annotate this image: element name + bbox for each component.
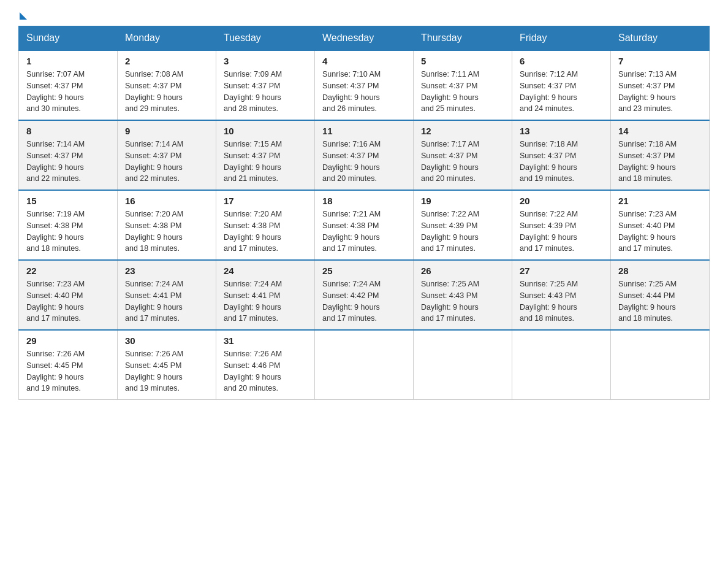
day-info: Sunrise: 7:20 AMSunset: 4:38 PMDaylight:… xyxy=(125,209,208,255)
calendar-cell: 7Sunrise: 7:13 AMSunset: 4:37 PMDaylight… xyxy=(611,50,710,120)
day-info: Sunrise: 7:09 AMSunset: 4:37 PMDaylight:… xyxy=(224,69,307,115)
calendar-cell xyxy=(512,330,611,400)
day-info: Sunrise: 7:22 AMSunset: 4:39 PMDaylight:… xyxy=(421,209,504,255)
calendar-week-row: 1Sunrise: 7:07 AMSunset: 4:37 PMDaylight… xyxy=(19,50,710,120)
day-number: 15 xyxy=(26,196,110,206)
calendar-header-row: SundayMondayTuesdayWednesdayThursdayFrid… xyxy=(19,26,710,51)
day-info: Sunrise: 7:10 AMSunset: 4:37 PMDaylight:… xyxy=(322,69,406,115)
day-number: 2 xyxy=(125,56,208,66)
calendar-cell: 5Sunrise: 7:11 AMSunset: 4:37 PMDaylight… xyxy=(414,50,512,120)
header-monday: Monday xyxy=(118,26,216,51)
day-number: 14 xyxy=(618,126,702,136)
day-info: Sunrise: 7:24 AMSunset: 4:41 PMDaylight:… xyxy=(125,278,208,324)
calendar-cell: 4Sunrise: 7:10 AMSunset: 4:37 PMDaylight… xyxy=(315,50,414,120)
day-number: 17 xyxy=(224,196,307,206)
day-info: Sunrise: 7:21 AMSunset: 4:38 PMDaylight:… xyxy=(322,209,406,255)
header-thursday: Thursday xyxy=(414,26,512,51)
day-number: 8 xyxy=(26,126,110,136)
page-header xyxy=(18,12,710,20)
day-number: 4 xyxy=(322,56,406,66)
calendar-cell: 15Sunrise: 7:19 AMSunset: 4:38 PMDayligh… xyxy=(19,190,118,260)
day-number: 10 xyxy=(224,126,307,136)
logo-triangle-icon xyxy=(20,12,27,20)
calendar-cell: 24Sunrise: 7:24 AMSunset: 4:41 PMDayligh… xyxy=(216,260,315,330)
calendar-cell: 23Sunrise: 7:24 AMSunset: 4:41 PMDayligh… xyxy=(118,260,216,330)
day-info: Sunrise: 7:24 AMSunset: 4:42 PMDaylight:… xyxy=(322,278,406,324)
calendar-cell: 21Sunrise: 7:23 AMSunset: 4:40 PMDayligh… xyxy=(611,190,710,260)
day-info: Sunrise: 7:18 AMSunset: 4:37 PMDaylight:… xyxy=(520,139,603,185)
calendar-cell: 28Sunrise: 7:25 AMSunset: 4:44 PMDayligh… xyxy=(611,260,710,330)
day-info: Sunrise: 7:24 AMSunset: 4:41 PMDaylight:… xyxy=(224,278,307,324)
calendar-cell xyxy=(414,330,512,400)
day-number: 30 xyxy=(125,335,208,346)
calendar-cell: 11Sunrise: 7:16 AMSunset: 4:37 PMDayligh… xyxy=(315,120,414,190)
day-info: Sunrise: 7:16 AMSunset: 4:37 PMDaylight:… xyxy=(322,139,406,185)
day-number: 25 xyxy=(322,266,406,276)
day-info: Sunrise: 7:25 AMSunset: 4:44 PMDaylight:… xyxy=(618,278,702,324)
day-number: 18 xyxy=(322,196,406,206)
calendar-cell: 31Sunrise: 7:26 AMSunset: 4:46 PMDayligh… xyxy=(216,330,315,400)
day-number: 7 xyxy=(618,56,702,66)
header-saturday: Saturday xyxy=(611,26,710,51)
calendar-week-row: 22Sunrise: 7:23 AMSunset: 4:40 PMDayligh… xyxy=(19,260,710,330)
day-number: 3 xyxy=(224,56,307,66)
day-info: Sunrise: 7:17 AMSunset: 4:37 PMDaylight:… xyxy=(421,139,504,185)
day-info: Sunrise: 7:08 AMSunset: 4:37 PMDaylight:… xyxy=(125,69,208,115)
calendar-cell: 18Sunrise: 7:21 AMSunset: 4:38 PMDayligh… xyxy=(315,190,414,260)
calendar-cell: 19Sunrise: 7:22 AMSunset: 4:39 PMDayligh… xyxy=(414,190,512,260)
day-info: Sunrise: 7:26 AMSunset: 4:46 PMDaylight:… xyxy=(224,348,307,394)
calendar-cell xyxy=(315,330,414,400)
day-info: Sunrise: 7:07 AMSunset: 4:37 PMDaylight:… xyxy=(26,69,110,115)
day-number: 1 xyxy=(26,56,110,66)
day-info: Sunrise: 7:14 AMSunset: 4:37 PMDaylight:… xyxy=(125,139,208,185)
day-number: 28 xyxy=(618,266,702,276)
day-info: Sunrise: 7:19 AMSunset: 4:38 PMDaylight:… xyxy=(26,209,110,255)
calendar-cell: 10Sunrise: 7:15 AMSunset: 4:37 PMDayligh… xyxy=(216,120,315,190)
calendar-cell: 25Sunrise: 7:24 AMSunset: 4:42 PMDayligh… xyxy=(315,260,414,330)
calendar-cell: 9Sunrise: 7:14 AMSunset: 4:37 PMDaylight… xyxy=(118,120,216,190)
day-number: 26 xyxy=(421,266,504,276)
calendar-cell: 12Sunrise: 7:17 AMSunset: 4:37 PMDayligh… xyxy=(414,120,512,190)
day-info: Sunrise: 7:18 AMSunset: 4:37 PMDaylight:… xyxy=(618,139,702,185)
day-info: Sunrise: 7:13 AMSunset: 4:37 PMDaylight:… xyxy=(618,69,702,115)
day-info: Sunrise: 7:14 AMSunset: 4:37 PMDaylight:… xyxy=(26,139,110,185)
calendar-cell xyxy=(611,330,710,400)
calendar-week-row: 15Sunrise: 7:19 AMSunset: 4:38 PMDayligh… xyxy=(19,190,710,260)
day-number: 9 xyxy=(125,126,208,136)
day-info: Sunrise: 7:26 AMSunset: 4:45 PMDaylight:… xyxy=(125,348,208,394)
calendar-week-row: 8Sunrise: 7:14 AMSunset: 4:37 PMDaylight… xyxy=(19,120,710,190)
header-tuesday: Tuesday xyxy=(216,26,315,51)
day-number: 20 xyxy=(520,196,603,206)
header-sunday: Sunday xyxy=(19,26,118,51)
day-info: Sunrise: 7:23 AMSunset: 4:40 PMDaylight:… xyxy=(618,209,702,255)
calendar-cell: 27Sunrise: 7:25 AMSunset: 4:43 PMDayligh… xyxy=(512,260,611,330)
calendar-cell: 22Sunrise: 7:23 AMSunset: 4:40 PMDayligh… xyxy=(19,260,118,330)
calendar-week-row: 29Sunrise: 7:26 AMSunset: 4:45 PMDayligh… xyxy=(19,330,710,400)
day-info: Sunrise: 7:26 AMSunset: 4:45 PMDaylight:… xyxy=(26,348,110,394)
day-info: Sunrise: 7:20 AMSunset: 4:38 PMDaylight:… xyxy=(224,209,307,255)
calendar-cell: 29Sunrise: 7:26 AMSunset: 4:45 PMDayligh… xyxy=(19,330,118,400)
calendar-table: SundayMondayTuesdayWednesdayThursdayFrid… xyxy=(18,26,710,400)
day-number: 13 xyxy=(520,126,603,136)
day-info: Sunrise: 7:22 AMSunset: 4:39 PMDaylight:… xyxy=(520,209,603,255)
day-number: 23 xyxy=(125,266,208,276)
logo xyxy=(18,18,27,20)
calendar-cell: 17Sunrise: 7:20 AMSunset: 4:38 PMDayligh… xyxy=(216,190,315,260)
day-number: 22 xyxy=(26,266,110,276)
calendar-cell: 16Sunrise: 7:20 AMSunset: 4:38 PMDayligh… xyxy=(118,190,216,260)
day-number: 21 xyxy=(618,196,702,206)
day-info: Sunrise: 7:25 AMSunset: 4:43 PMDaylight:… xyxy=(520,278,603,324)
calendar-cell: 6Sunrise: 7:12 AMSunset: 4:37 PMDaylight… xyxy=(512,50,611,120)
header-wednesday: Wednesday xyxy=(315,26,414,51)
header-friday: Friday xyxy=(512,26,611,51)
day-info: Sunrise: 7:12 AMSunset: 4:37 PMDaylight:… xyxy=(520,69,603,115)
calendar-cell: 8Sunrise: 7:14 AMSunset: 4:37 PMDaylight… xyxy=(19,120,118,190)
day-info: Sunrise: 7:25 AMSunset: 4:43 PMDaylight:… xyxy=(421,278,504,324)
day-info: Sunrise: 7:23 AMSunset: 4:40 PMDaylight:… xyxy=(26,278,110,324)
calendar-cell: 1Sunrise: 7:07 AMSunset: 4:37 PMDaylight… xyxy=(19,50,118,120)
calendar-cell: 14Sunrise: 7:18 AMSunset: 4:37 PMDayligh… xyxy=(611,120,710,190)
day-info: Sunrise: 7:11 AMSunset: 4:37 PMDaylight:… xyxy=(421,69,504,115)
calendar-cell: 3Sunrise: 7:09 AMSunset: 4:37 PMDaylight… xyxy=(216,50,315,120)
day-number: 11 xyxy=(322,126,406,136)
day-number: 29 xyxy=(26,335,110,346)
